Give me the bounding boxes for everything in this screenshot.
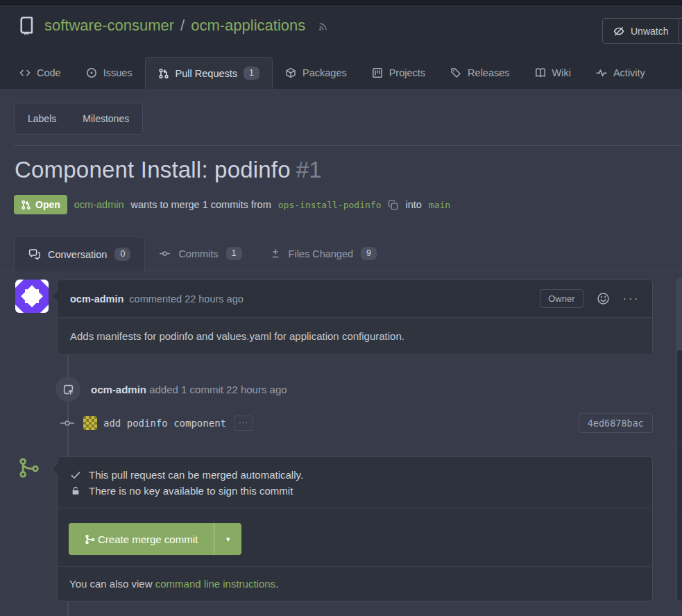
labels-button[interactable]: Labels [15, 103, 69, 134]
tab-label: Pull Requests [176, 68, 237, 79]
breadcrumb: software-consumer / ocm-applications [44, 17, 305, 35]
pr-count-badge: 1 [244, 67, 259, 80]
comment-card: ocm-admin commented 22 hours ago Owner ·… [57, 280, 653, 355]
tag-icon [450, 67, 461, 78]
merge-status-line: This pull request can be merged automati… [69, 467, 640, 483]
tab-label: Activity [613, 67, 645, 78]
pr-author-link[interactable]: ocm-admin [74, 199, 124, 210]
section-divider [14, 145, 682, 146]
comment-meta: commented 22 hours ago [129, 293, 243, 305]
tab-label: Code [37, 67, 61, 78]
tab-label: Issues [103, 67, 133, 78]
commit-expand-button[interactable]: ··· [234, 416, 253, 431]
comment-author[interactable]: ocm-admin [70, 293, 123, 305]
merge-panel: This pull request can be merged automati… [57, 456, 653, 601]
sign-status-line: There is no key available to sign this c… [69, 483, 640, 499]
tab-label: Releases [468, 67, 509, 78]
copy-branch-icon[interactable] [388, 200, 398, 210]
tab-activity[interactable]: Activity [583, 57, 658, 89]
merge-summary-text: wants to merge 1 commits from [131, 199, 271, 210]
commit-author-avatar[interactable] [83, 416, 97, 430]
pr-number: #1 [296, 157, 322, 182]
repo-header: software-consumer / ocm-applications Unw… [0, 0, 682, 89]
sidebar-divider [677, 517, 682, 517]
pulse-icon [596, 67, 607, 78]
tab-files-changed[interactable]: Files Changed 9 [256, 237, 391, 271]
tab-wiki[interactable]: Wiki [522, 57, 583, 89]
pr-title-text: Component Install: podinfo [15, 157, 291, 182]
tab-label: Files Changed [289, 248, 354, 259]
project-board-icon [372, 67, 383, 78]
package-icon [285, 67, 296, 78]
files-count-badge: 9 [361, 247, 377, 260]
tab-packages[interactable]: Packages [273, 57, 359, 89]
book-icon [535, 67, 546, 78]
diff-icon [270, 248, 281, 259]
merge-status-text: This pull request can be merged automati… [89, 469, 303, 481]
sidebar-divider [677, 445, 682, 445]
tab-pull-requests[interactable]: Pull Requests 1 [145, 57, 273, 89]
sidebar-section [677, 278, 682, 350]
tab-label: Wiki [552, 67, 571, 78]
git-merge-icon [85, 534, 95, 545]
pr-tab-bar: Conversation 0 Commits 1 Files Changed 9 [0, 237, 682, 271]
repo-title-row: software-consumer / ocm-applications [17, 15, 330, 36]
tab-issues[interactable]: Issues [74, 57, 145, 89]
event-action: added 1 commit 22 hours ago [149, 384, 287, 395]
unlock-icon [69, 486, 81, 496]
comment-header: ocm-admin commented 22 hours ago Owner ·… [58, 280, 652, 318]
code-icon [19, 67, 31, 78]
navbar-bottom-strip [0, 0, 682, 5]
avatar[interactable] [15, 280, 49, 313]
create-merge-commit-button[interactable]: Create merge commit ▾ [69, 523, 241, 555]
merge-options-dropdown[interactable]: ▾ [214, 523, 241, 555]
issue-icon [86, 67, 97, 78]
into-text: into [405, 199, 421, 210]
repo-book-icon [17, 15, 35, 36]
status-badge: Open [14, 195, 67, 214]
tab-conversation[interactable]: Conversation 0 [14, 237, 145, 271]
pr-sidebar-cutoff [676, 277, 682, 602]
commit-icon [60, 418, 75, 428]
pr-state-row: Open ocm-admin wants to merge 1 commits … [14, 195, 450, 214]
footer-text: You can also view [69, 578, 153, 590]
tab-code[interactable]: Code [7, 57, 74, 89]
commit-hash-link[interactable]: 4ed6878bac [579, 413, 653, 433]
chevron-down-icon: ▾ [226, 535, 230, 544]
commit-message-link[interactable]: add podinfo component [103, 418, 226, 429]
tab-projects[interactable]: Projects [359, 57, 438, 89]
check-icon [69, 470, 81, 481]
event-author[interactable]: ocm-admin [91, 384, 146, 395]
unwatch-button[interactable]: Unwatch [602, 18, 682, 44]
pull-request-icon [21, 200, 31, 210]
comment-discussion-icon [28, 248, 40, 260]
conversation-count-badge: 0 [114, 248, 130, 261]
watch-count-segment[interactable] [679, 19, 682, 43]
command-line-instructions-link[interactable]: command line instructions [155, 578, 275, 590]
tab-commits[interactable]: Commits 1 [145, 237, 255, 271]
base-branch-link[interactable]: main [429, 200, 450, 210]
add-reaction-icon[interactable] [597, 292, 610, 305]
head-branch-link[interactable]: ops-install-podinfo [278, 200, 382, 210]
merge-button-label: Create merge commit [98, 533, 198, 545]
rss-icon[interactable] [318, 20, 330, 32]
tab-label: Packages [302, 67, 347, 78]
pull-request-icon [158, 68, 169, 79]
tab-releases[interactable]: Releases [438, 57, 522, 89]
repo-owner-link[interactable]: software-consumer [44, 17, 174, 35]
repo-name-link[interactable]: ocm-applications [191, 17, 305, 35]
milestones-button[interactable]: Milestones [69, 103, 142, 134]
repo-push-icon [56, 377, 80, 402]
status-label: Open [35, 199, 60, 210]
commits-count-badge: 1 [226, 247, 242, 260]
page-title: Component Install: podinfo#1 [15, 157, 322, 183]
repo-nav-tabs: Code Issues Pull Requests 1 [7, 57, 658, 89]
merge-action-section: Create merge commit ▾ [58, 508, 652, 567]
merge-panel-pointer [51, 463, 63, 475]
commit-icon [159, 248, 171, 259]
breadcrumb-separator: / [180, 17, 185, 35]
tab-label: Projects [389, 67, 425, 78]
comment-menu-icon[interactable]: ··· [623, 293, 640, 305]
filter-button-group: Labels Milestones [14, 103, 143, 135]
timeline-event: ocm-admin added 1 commit 22 hours ago [56, 377, 287, 402]
